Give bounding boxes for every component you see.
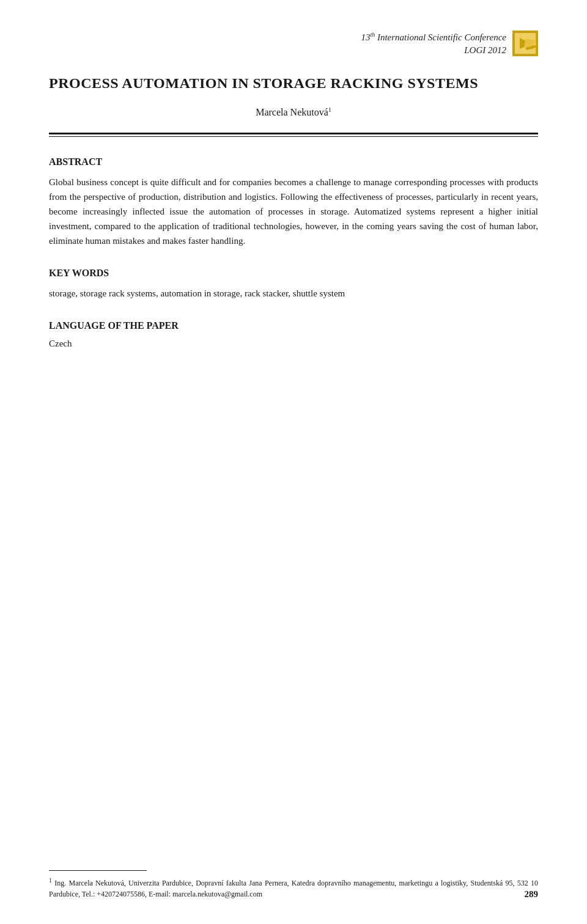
- divider-thin: [49, 136, 538, 137]
- conference-info: 13th International Scientific Conference…: [361, 31, 506, 57]
- main-title: PROCESS AUTOMATION IN STORAGE RACKING SY…: [49, 75, 538, 92]
- page-header: 13th International Scientific Conference…: [49, 31, 538, 57]
- conference-header: 13th International Scientific Conference…: [361, 31, 538, 57]
- page-footer: 1 Ing. Marcela Nekutová, Univerzita Pard…: [49, 870, 538, 900]
- conference-year: LOGI 2012: [361, 44, 506, 57]
- abstract-section: ABSTRACT Global business concept is quit…: [49, 156, 538, 248]
- conference-logo: [512, 31, 538, 56]
- divider: [49, 133, 538, 137]
- divider-thick: [49, 133, 538, 134]
- logo-box: [512, 31, 538, 56]
- author-superscript: 1: [328, 106, 331, 113]
- page-number: 289: [525, 889, 539, 900]
- footnote-content: Ing. Marcela Nekutová, Univerzita Pardub…: [49, 879, 538, 898]
- language-heading: LANGUAGE OF THE PAPER: [49, 320, 538, 331]
- language-section: LANGUAGE OF THE PAPER Czech: [49, 320, 538, 349]
- footer-divider: [49, 870, 147, 871]
- conference-number: 13: [361, 32, 370, 42]
- language-value: Czech: [49, 339, 538, 349]
- author-name: Marcela Nekutová: [256, 107, 328, 117]
- logo-svg: [514, 32, 537, 55]
- footnote-text: 1 Ing. Marcela Nekutová, Univerzita Pard…: [49, 876, 538, 900]
- abstract-paragraph: Global business concept is quite difficu…: [49, 175, 538, 248]
- conference-name: International Scientific Conference: [375, 32, 506, 42]
- page: 13th International Scientific Conference…: [0, 0, 587, 924]
- keywords-section: KEY WORDS storage, storage rack systems,…: [49, 268, 538, 301]
- footnote-superscript: 1: [49, 877, 52, 884]
- keywords-text: storage, storage rack systems, automatio…: [49, 286, 538, 301]
- keywords-heading: KEY WORDS: [49, 268, 538, 279]
- conference-title: 13th International Scientific Conference: [361, 31, 506, 44]
- author-line: Marcela Nekutová1: [49, 106, 538, 118]
- abstract-heading: ABSTRACT: [49, 156, 538, 167]
